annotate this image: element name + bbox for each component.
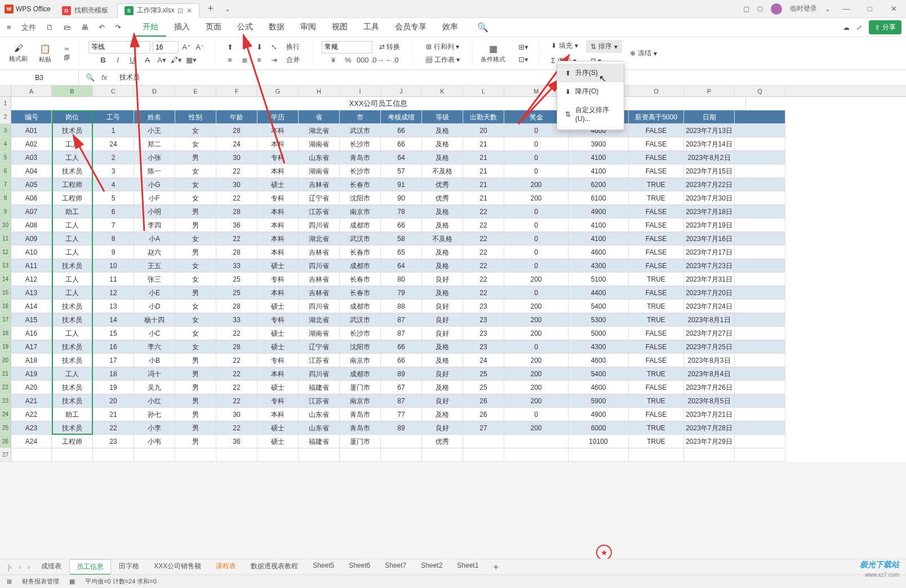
table-cell[interactable]: 工人 xyxy=(52,151,93,164)
table-cell[interactable]: 技术员 xyxy=(52,300,93,313)
style-icon[interactable]: ⊞▾ xyxy=(518,42,529,53)
row-num[interactable]: 23 xyxy=(0,394,11,408)
sheet-tab[interactable]: 数据透视表教程 xyxy=(244,559,305,575)
table-cell[interactable]: 杨十四 xyxy=(134,313,175,327)
file-menu[interactable]: 文件 xyxy=(19,21,38,34)
table-cell[interactable]: 11 xyxy=(93,273,134,286)
table-cell[interactable]: A19 xyxy=(11,367,52,381)
table-cell[interactable]: FALSE xyxy=(629,219,684,232)
table-cell[interactable]: A22 xyxy=(11,408,52,421)
table-cell[interactable]: 2023年7月31日 xyxy=(684,273,735,286)
table-cell[interactable]: 5900 xyxy=(569,394,629,408)
table-cell[interactable]: 22 xyxy=(216,327,257,340)
table-cell[interactable]: 7 xyxy=(93,219,134,232)
table-cell[interactable]: 工人 xyxy=(52,232,93,246)
table-cell[interactable]: 36 xyxy=(216,435,257,448)
table-cell[interactable]: 优秀 xyxy=(422,191,463,205)
table-cell[interactable]: 2023年7月29日 xyxy=(684,435,735,448)
row-num[interactable]: 22 xyxy=(0,381,11,394)
table-cell[interactable]: A14 xyxy=(11,300,52,313)
table-cell[interactable]: 青岛市 xyxy=(340,421,381,435)
table-cell[interactable]: 6 xyxy=(93,205,134,219)
table-cell[interactable]: 23 xyxy=(463,300,504,313)
table-cell[interactable]: 专科 xyxy=(257,273,299,286)
table-cell[interactable]: 200 xyxy=(504,367,569,381)
table-cell[interactable]: 成都市 xyxy=(340,219,381,232)
table-cell[interactable]: 本科 xyxy=(257,205,299,219)
menu-tab-插入[interactable]: 插入 xyxy=(166,19,198,37)
table-cell[interactable]: 10100 xyxy=(569,435,629,448)
menu-tab-页面[interactable]: 页面 xyxy=(198,19,229,37)
table-cell[interactable]: 0 xyxy=(504,246,569,259)
table-cell[interactable]: A12 xyxy=(11,273,52,286)
table-cell[interactable]: 2023年7月25日 xyxy=(684,340,735,354)
table-cell[interactable]: 21 xyxy=(463,178,504,191)
close-button[interactable]: ✕ xyxy=(886,5,901,13)
table-cell[interactable]: 男 xyxy=(175,381,216,394)
table-cell[interactable]: A02 xyxy=(11,137,52,151)
login-chevron-icon[interactable]: ⌄ xyxy=(825,5,830,13)
table-cell[interactable]: 长春市 xyxy=(340,246,381,259)
table-cell[interactable]: 64 xyxy=(381,151,422,164)
table-cell[interactable]: 200 xyxy=(504,300,569,313)
row-num[interactable]: 24 xyxy=(0,408,11,421)
table-cell[interactable]: A17 xyxy=(11,340,52,354)
table-cell[interactable]: 良好 xyxy=(422,394,463,408)
table-cell[interactable]: 李四 xyxy=(134,219,175,232)
table-cell[interactable]: 女 xyxy=(175,232,216,246)
table-cell[interactable]: A20 xyxy=(11,381,52,394)
table-cell[interactable]: 山东省 xyxy=(299,408,340,421)
col-header-D[interactable]: D xyxy=(134,86,175,96)
col-header-F[interactable]: F xyxy=(216,86,257,96)
col-header-Q[interactable]: Q xyxy=(735,86,785,96)
align-middle-icon[interactable]: ↕ xyxy=(239,41,250,52)
table-cell[interactable]: 专科 xyxy=(257,394,299,408)
col-header-P[interactable]: P xyxy=(684,86,735,96)
table-cell[interactable]: 79 xyxy=(381,286,422,300)
table-cell[interactable]: TRUE xyxy=(629,300,684,313)
table-cell[interactable]: TRUE xyxy=(629,394,684,408)
table-cell[interactable]: 小张 xyxy=(134,151,175,164)
table-cell[interactable]: 36 xyxy=(216,219,257,232)
table-cell[interactable]: 23 xyxy=(93,435,134,448)
align-right-icon[interactable]: ≡ xyxy=(254,54,265,65)
col-header-C[interactable]: C xyxy=(93,86,134,96)
table-cell[interactable]: 湖北省 xyxy=(299,124,340,137)
table-cell[interactable]: 89 xyxy=(381,367,422,381)
table-cell[interactable]: 87 xyxy=(381,327,422,340)
table-cell[interactable]: 5000 xyxy=(569,327,629,340)
fill-button[interactable]: ⬇ 填充 ▾ xyxy=(547,39,583,52)
comma-icon[interactable]: 000 xyxy=(357,55,368,66)
table-cell[interactable]: 2023年8月1日 xyxy=(684,313,735,327)
table-cell[interactable]: 23 xyxy=(463,327,504,340)
table-cell[interactable]: A16 xyxy=(11,327,52,340)
percent-icon[interactable]: % xyxy=(343,55,354,66)
sheet-nav-prev-icon[interactable]: ‹ xyxy=(16,563,23,571)
hamburger-icon[interactable]: ≡ xyxy=(5,22,14,33)
search-icon[interactable]: 🔍 xyxy=(477,22,488,33)
table-cell[interactable]: 0 xyxy=(504,164,569,178)
table-cell[interactable]: 2023年8月4日 xyxy=(684,367,735,381)
table-cell[interactable]: 湖南省 xyxy=(299,164,340,178)
table-cell[interactable]: 女 xyxy=(175,164,216,178)
row-num[interactable]: 2 xyxy=(0,110,11,124)
table-cell[interactable]: 2023年7月26日 xyxy=(684,381,735,394)
table-cell[interactable]: 湖南省 xyxy=(299,327,340,340)
table-cell[interactable]: 工人 xyxy=(52,367,93,381)
merge-button[interactable]: 合并 xyxy=(283,54,303,66)
table-cell[interactable]: 4100 xyxy=(569,232,629,246)
table-cell[interactable]: 郑二 xyxy=(134,137,175,151)
table-cell[interactable]: 64 xyxy=(381,259,422,273)
table-cell[interactable]: 22 xyxy=(216,394,257,408)
table-cell[interactable]: A01 xyxy=(11,124,52,137)
col-header-J[interactable]: J xyxy=(381,86,422,96)
table-cell[interactable]: 18 xyxy=(93,367,134,381)
row-num[interactable]: 16 xyxy=(0,300,11,313)
table-cell[interactable]: 武汉市 xyxy=(340,124,381,137)
table-cell[interactable]: 2023年7月21日 xyxy=(684,408,735,421)
spreadsheet-grid[interactable]: ABCDEFGHIJKLMNOPQ 1XXX公司员工信息2编号岗位工号姓名性别年… xyxy=(0,86,906,462)
sheet-tab[interactable]: 成绩表 xyxy=(34,559,68,575)
table-cell[interactable]: 小F xyxy=(134,191,175,205)
table-cell[interactable]: 小E xyxy=(134,286,175,300)
menu-tab-效率[interactable]: 效率 xyxy=(434,19,466,37)
